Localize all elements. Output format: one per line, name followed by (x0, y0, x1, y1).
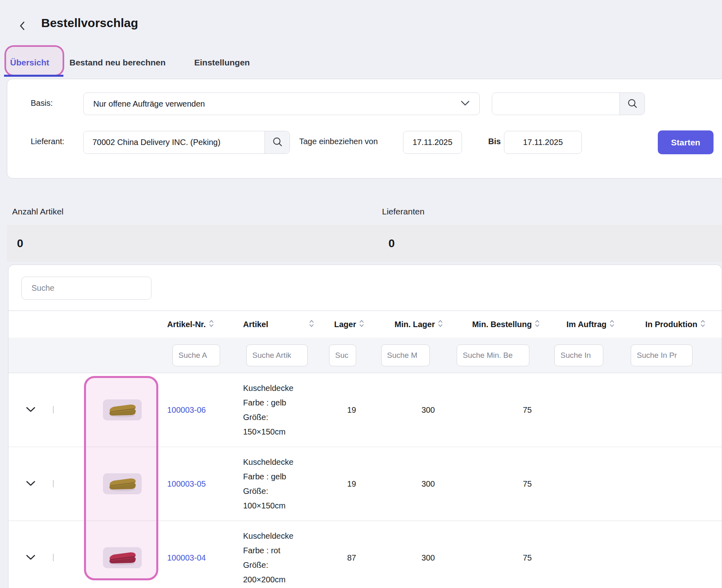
table-row: 100003-04 Kuscheldecke Farbe : rot Größe… (8, 521, 722, 588)
basis-search-button[interactable] (619, 93, 644, 115)
chevron-down-icon (26, 554, 36, 561)
artikel-description: Kuscheldecke Farbe : gelb Größe: 100×150… (235, 455, 319, 513)
page-title: Bestellvorschlag (41, 16, 138, 30)
lieferanten-label: Lieferanten (382, 207, 424, 216)
basis-search-input[interactable] (492, 93, 619, 115)
row-checkbox[interactable] (53, 554, 54, 561)
artikel-nr-link[interactable]: 100003-06 (167, 403, 208, 417)
sort-icon[interactable] (209, 319, 214, 330)
search-icon (272, 136, 283, 148)
row-checkbox[interactable] (53, 406, 54, 414)
product-image-yellow-blanket (103, 399, 142, 420)
sort-icon[interactable] (700, 319, 705, 330)
bis-label: Bis (488, 137, 501, 146)
basis-search-group (492, 92, 645, 115)
column-header-artikel[interactable]: Artikel (235, 319, 319, 330)
filter-panel: Basis: Nur offene Aufträge verwenden Lie… (7, 79, 722, 178)
table-search-input[interactable] (21, 277, 151, 300)
expand-row-button[interactable] (8, 554, 53, 561)
bis-date-input[interactable] (504, 131, 582, 154)
expand-row-button[interactable] (8, 481, 53, 487)
bestellvorschlag-page: Bestellvorschlag Übersicht Bestand neu b… (0, 0, 722, 588)
basis-select-value: Nur offene Aufträge verwenden (93, 99, 461, 109)
table-header-row: Artikel-Nr. Artikel Lager Min. Lager Min… (8, 311, 722, 338)
tage-einbeziehen-label: Tage einbeziehen von (299, 137, 378, 146)
search-icon (627, 98, 638, 110)
artikel-description: Kuscheldecke Farbe : gelb Größe: 150×150… (235, 381, 319, 439)
min-lager-value: 300 (366, 479, 445, 489)
lager-value: 87 (319, 553, 366, 563)
tab-uebersicht[interactable]: Übersicht (10, 58, 49, 67)
filter-input-min-lager[interactable] (381, 344, 430, 366)
column-header-min-lager[interactable]: Min. Lager (366, 319, 445, 330)
von-date-input[interactable] (403, 131, 462, 154)
lager-value: 19 (319, 405, 366, 415)
column-header-in-produktion[interactable]: In Produktion (616, 319, 707, 330)
tab-einstellungen[interactable]: Einstellungen (194, 58, 250, 67)
anzahl-artikel-label: Anzahl Artikel (12, 207, 63, 216)
anzahl-artikel-value: 0 (17, 225, 23, 262)
artikel-description: Kuscheldecke Farbe : rot Größe: 200×200c… (235, 529, 319, 587)
lieferant-search-group (83, 131, 290, 154)
column-header-min-bestellung[interactable]: Min. Bestellung (445, 319, 542, 330)
table-row: 100003-06 Kuscheldecke Farbe : gelb Größ… (8, 373, 722, 447)
row-checkbox[interactable] (53, 480, 54, 487)
min-bestellung-value: 75 (445, 553, 542, 563)
sort-icon[interactable] (359, 319, 364, 330)
starten-button[interactable]: Starten (658, 130, 714, 154)
chevron-down-icon (461, 100, 470, 107)
sort-icon[interactable] (609, 319, 615, 330)
lieferant-label: Lieferant: (31, 137, 64, 146)
lieferant-input[interactable] (84, 131, 264, 153)
table-row: 100003-05 Kuscheldecke Farbe : gelb Größ… (8, 447, 722, 521)
article-table-panel: Artikel-Nr. Artikel Lager Min. Lager Min… (8, 265, 722, 588)
tab-bar: Übersicht Bestand neu berechnen Einstell… (0, 52, 722, 78)
table-filter-row (8, 338, 722, 373)
stats-band: 0 0 (7, 225, 722, 262)
artikel-nr-link[interactable]: 100003-04 (167, 550, 208, 565)
table-body: 100003-06 Kuscheldecke Farbe : gelb Größ… (8, 373, 722, 588)
lager-value: 19 (319, 479, 366, 489)
lieferant-search-button[interactable] (264, 131, 290, 153)
product-image-yellow-blanket (103, 473, 142, 494)
filter-input-min-bestellung[interactable] (457, 344, 529, 366)
lieferanten-value: 0 (388, 225, 395, 262)
chevron-left-icon (19, 21, 25, 32)
min-lager-value: 300 (366, 553, 445, 563)
chevron-down-icon (26, 481, 36, 487)
basis-label: Basis: (31, 99, 52, 108)
product-image-red-blanket (103, 547, 142, 568)
min-lager-value: 300 (366, 405, 445, 415)
column-header-lager[interactable]: Lager (319, 319, 366, 330)
filter-input-in-produktion[interactable] (631, 344, 693, 366)
filter-input-artikel-nr[interactable] (172, 344, 220, 366)
sort-icon[interactable] (438, 319, 443, 330)
tab-bestand-neu-berechnen[interactable]: Bestand neu berechnen (69, 58, 166, 67)
filter-input-im-auftrag[interactable] (554, 344, 603, 366)
column-header-im-auftrag[interactable]: Im Auftrag (542, 319, 616, 330)
artikel-nr-link[interactable]: 100003-05 (167, 477, 208, 491)
min-bestellung-value: 75 (445, 405, 542, 415)
filter-input-lager[interactable] (329, 344, 356, 366)
sort-icon[interactable] (309, 319, 314, 330)
sort-icon[interactable] (535, 319, 540, 330)
basis-select[interactable]: Nur offene Aufträge verwenden (83, 92, 480, 115)
chevron-down-icon (26, 407, 36, 414)
min-bestellung-value: 75 (445, 479, 542, 489)
active-tab-underline (4, 75, 63, 77)
filter-input-artikel[interactable] (246, 344, 308, 366)
column-header-artikel-nr[interactable]: Artikel-Nr. (158, 319, 235, 330)
back-button[interactable] (15, 19, 29, 33)
expand-row-button[interactable] (8, 407, 53, 414)
